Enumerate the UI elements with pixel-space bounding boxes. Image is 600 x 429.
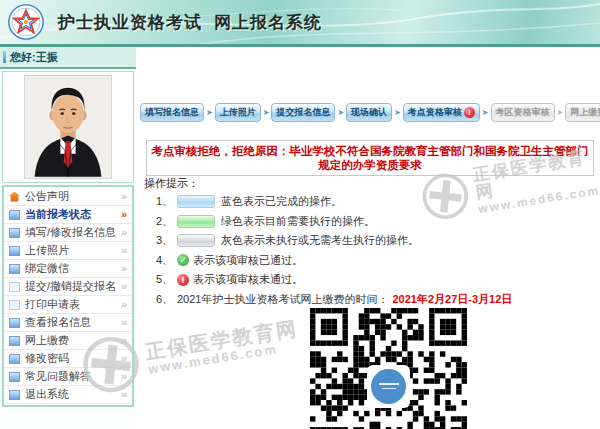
sidebar-item[interactable]: 填写/修改报名信息 » [4,224,132,242]
step-label: 考区资格审核 [496,106,550,119]
chevron-right-icon: » [121,371,127,382]
menu-item-icon [9,318,20,328]
progress-step: ➤ 提交报名信息 [261,103,336,122]
page-title-exam: 护士执业资格考试 [58,13,202,32]
sidebar-item[interactable]: 修改密码 » [4,350,132,368]
progress-step: ➤ 网上缴费 [555,103,600,122]
menu-item-label: 填写/修改报名信息 [25,225,116,240]
sidebar-item[interactable]: 上传照片 » [4,242,132,260]
sidebar-item[interactable]: 常见问题解答 » [4,368,132,386]
status-icon: ✓ [177,254,189,266]
tip-number: 1、 [156,194,173,209]
step-chip: 提交报名信息 [271,103,335,122]
tip-item: 2、 绿色表示目前需要执行的操作。 [156,212,512,232]
menu-item-label: 上传照片 [25,243,116,258]
menu-item-icon [9,336,20,346]
menu-item-label: 查看报名信息 [25,315,116,330]
menu-item-icon [9,354,20,364]
tip-highlight-date: 2021年2月27日-3月12日 [392,292,512,307]
menu-item-icon [9,228,20,238]
tip-number: 3、 [156,233,173,248]
chevron-right-icon: » [121,389,127,400]
menu-item-icon [9,282,20,292]
menu-item-label: 公告声明 [25,189,116,204]
app-logo-icon [8,4,44,40]
menu-item-label: 提交/撤销提交报名 [25,279,116,294]
step-chip: 网上缴费 [565,103,600,122]
chevron-right-icon: » [121,317,127,328]
menu-item-icon [9,390,20,400]
chevron-right-icon: » [121,191,127,202]
chevron-right-icon: » [121,353,127,364]
tip-item: 5、 ! 表示该项审核未通过。 [156,270,512,290]
step-chip: 上传照片 [215,103,261,122]
rejected-badge-icon: ! [464,107,475,118]
chevron-right-icon: » [121,335,127,346]
step-label: 考点资格审核 [408,106,462,119]
menu-item-icon [9,372,20,382]
step-chip: 填写报名信息 [140,103,204,122]
menu-item-icon [9,264,20,274]
color-swatch [177,234,215,247]
step-chip: 考区资格审核 [491,103,555,122]
greeting-text: 您好:王振 [10,51,58,63]
sidebar-item[interactable]: 退出系统 » [4,386,132,404]
tip-text: 表示该项审核已通过。 [193,253,303,268]
sidebar-item[interactable]: 当前报考状态 » [4,206,132,224]
progress-step: ➤ 考区资格审核 [480,103,555,122]
sidebar-item[interactable]: 绑定微信 » [4,260,132,278]
menu-item-label: 修改密码 [25,351,116,366]
tip-number: 5、 [156,272,173,287]
header: 护士执业资格考试网上报名系统 [0,0,600,47]
step-label: 提交报名信息 [276,106,330,119]
photo-box [2,71,134,183]
step-label: 现场确认 [351,106,387,119]
sidebar-item[interactable]: 提交/撤销提交报名 » [4,278,132,296]
status-icon: ! [177,274,189,286]
chevron-right-icon: » [121,209,127,220]
tip-text: 2021年护士执业资格考试网上缴费的时间： [177,292,388,307]
chevron-right-icon: » [121,227,127,238]
page-title-system: 网上报名系统 [214,13,322,32]
sidebar-menu: 公告声明 » 当前报考状态 » 填写/修改报名信息 » 上传照片 » 绑定微信 [2,185,134,407]
menu-item-icon [9,192,20,202]
page: 护士执业资格考试网上报名系统 您好:王振 [0,0,600,429]
color-swatch [177,215,215,228]
color-swatch [177,195,215,208]
menu-item-icon [9,246,20,256]
menu-item-label: 打印申请表 [25,297,116,312]
tip-item: 6、 2021年护士执业资格考试网上缴费的时间： 2021年2月27日-3月12… [156,290,512,310]
menu-item-icon [9,300,20,310]
step-arrow-icon: ➤ [394,108,401,117]
step-chip: 现场确认 [346,103,392,122]
step-arrow-icon: ➤ [206,108,213,117]
tip-item: 3、 灰色表示未执行或无需考生执行的操作。 [156,231,512,251]
menu-item-label: 常见问题解答 [25,369,116,384]
step-label: 网上缴费 [570,106,600,119]
step-arrow-icon: ➤ [557,108,564,117]
chevron-right-icon: » [121,281,127,292]
rejection-alert: 考点审核拒绝，拒绝原因：毕业学校不符合国务院教育主管部门和国务院卫生主管部门规定… [146,140,594,176]
step-arrow-icon: ➤ [263,108,270,117]
greeting-bar-icon [3,51,6,63]
sidebar-item[interactable]: 网上缴费 » [4,332,132,350]
menu-item-label: 网上缴费 [25,333,116,348]
step-label: 填写报名信息 [145,106,199,119]
progress-step: ➤ 考点资格审核 ! [392,103,480,122]
sidebar-item[interactable]: 查看报名信息 » [4,314,132,332]
menu-item-label: 当前报考状态 [25,207,116,222]
tip-text: 绿色表示目前需要执行的操作。 [221,214,375,229]
tip-number: 6、 [156,292,173,307]
progress-steps: 填写报名信息 ➤ 上传照片 ➤ 提交报名信息 ➤ [140,103,600,122]
progress-step: 填写报名信息 [140,103,204,122]
sidebar-item[interactable]: 公告声明 » [4,188,132,206]
chevron-right-icon: » [121,299,127,310]
tip-number: 4、 [156,253,173,268]
menu-item-label: 退出系统 [25,387,116,402]
tip-text: 蓝色表示已完成的操作。 [221,194,342,209]
qr-center-circle-icon [371,369,406,404]
menu-item-label: 绑定微信 [25,261,116,276]
main-content: 填写报名信息 ➤ 上传照片 ➤ 提交报名信息 ➤ [136,47,600,429]
step-arrow-icon: ➤ [337,108,344,117]
sidebar-item[interactable]: 打印申请表 » [4,296,132,314]
